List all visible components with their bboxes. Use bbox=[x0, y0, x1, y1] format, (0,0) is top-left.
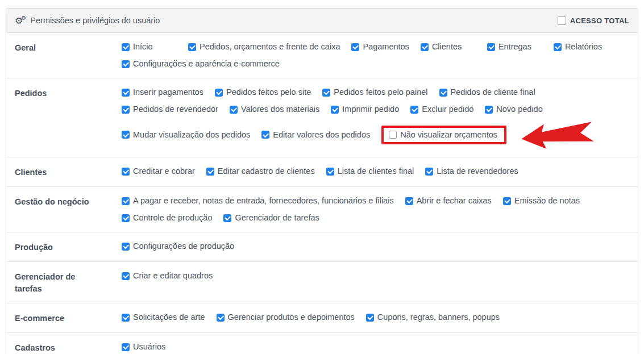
checkbox-checked-icon[interactable] bbox=[425, 168, 433, 176]
checkbox-unchecked-icon[interactable] bbox=[389, 131, 397, 139]
row-content: Solicitações de arte Gerenciar produtos … bbox=[122, 311, 629, 324]
checkbox-checked-icon[interactable] bbox=[485, 106, 493, 114]
permission-checkbox-item[interactable]: Pagamentos bbox=[351, 41, 409, 53]
checkbox-checked-icon[interactable] bbox=[122, 131, 130, 139]
cogs-icon: ⚙⚙ bbox=[15, 15, 26, 26]
permission-checkbox-item[interactable]: Clientes bbox=[421, 41, 476, 53]
row-content: Creditar e cobrar Editar cadastro de cli… bbox=[122, 165, 629, 178]
checkbox-checked-icon[interactable] bbox=[215, 89, 223, 97]
permission-checkbox-item[interactable]: Usuários bbox=[122, 341, 177, 353]
checkbox-checked-icon[interactable] bbox=[122, 60, 130, 68]
row-content: A pagar e receber, notas de entrada, for… bbox=[122, 195, 629, 224]
checkbox-checked-icon[interactable] bbox=[122, 314, 130, 322]
checkbox-checked-icon[interactable] bbox=[503, 197, 511, 205]
checkbox-checked-icon[interactable] bbox=[122, 343, 130, 351]
checkbox-line: Mudar visualização dos pedidos Editar va… bbox=[122, 120, 629, 149]
permission-checkbox-item[interactable]: Excluir pedido bbox=[410, 103, 473, 115]
panel-title: Permissões e privilégios do usuário bbox=[30, 16, 160, 25]
checkbox-checked-icon[interactable] bbox=[122, 168, 130, 176]
checkbox-checked-icon[interactable] bbox=[206, 168, 214, 176]
permission-row: E-commerce Solicitações de arte Gerencia… bbox=[6, 303, 638, 333]
checkbox-label: Pedidos de revendedor bbox=[133, 103, 218, 115]
permission-checkbox-item[interactable]: Novo pedido bbox=[485, 103, 542, 115]
row-label: Geral bbox=[15, 41, 103, 70]
permission-checkbox-item[interactable]: Pedidos de revendedor bbox=[122, 103, 218, 115]
checkbox-checked-icon[interactable] bbox=[122, 43, 130, 51]
permission-checkbox-item[interactable]: Lista de revendedores bbox=[425, 165, 518, 177]
permission-checkbox-item[interactable]: Pedidos de cliente final bbox=[439, 86, 535, 98]
checkbox-checked-icon[interactable] bbox=[331, 106, 339, 114]
checkbox-line: Pedidos de revendedor Valores dos materi… bbox=[122, 103, 629, 115]
permission-checkbox-item[interactable]: Configurações e aparência e-commerce bbox=[122, 58, 280, 70]
highlighted-permission-checkbox-item[interactable]: Não visualizar orçamentos bbox=[381, 126, 506, 144]
checkbox-checked-icon[interactable] bbox=[122, 272, 130, 280]
checkbox-checked-icon[interactable] bbox=[122, 106, 130, 114]
row-label: Pedidos bbox=[15, 86, 103, 149]
checkbox-checked-icon[interactable] bbox=[230, 106, 238, 114]
total-access-toggle[interactable]: ACESSO TOTAL bbox=[558, 16, 629, 25]
permission-checkbox-item[interactable]: Mudar visualização dos pedidos bbox=[122, 129, 250, 141]
permission-checkbox-item[interactable]: Imprimir pedido bbox=[331, 103, 399, 115]
permission-checkbox-item[interactable]: Criar e editar quadros bbox=[122, 270, 213, 282]
checkbox-checked-icon[interactable] bbox=[421, 43, 429, 51]
checkbox-checked-icon[interactable] bbox=[487, 43, 495, 51]
checkbox-line: Configurações e aparência e-commerce bbox=[122, 58, 629, 70]
row-label: Cadastros bbox=[15, 341, 103, 354]
checkbox-checked-icon[interactable] bbox=[122, 243, 130, 251]
permission-row: Clientes Creditar e cobrar Editar cadast… bbox=[6, 157, 638, 187]
permission-checkbox-item[interactable]: Configurações de produção bbox=[122, 240, 234, 252]
checkbox-label: Solicitações de arte bbox=[133, 311, 205, 323]
checkbox-checked-icon[interactable] bbox=[439, 89, 447, 97]
checkbox-checked-icon[interactable] bbox=[366, 314, 374, 322]
permission-checkbox-item[interactable]: Início bbox=[122, 41, 177, 53]
permission-row: Gestão do negócio A pagar e receber, not… bbox=[6, 187, 638, 232]
checkbox-label: Excluir pedido bbox=[422, 103, 473, 115]
total-access-checkbox-unchecked-icon[interactable] bbox=[558, 16, 566, 25]
permission-checkbox-item[interactable]: Editar cadastro de clientes bbox=[206, 165, 315, 177]
checkbox-checked-icon[interactable] bbox=[122, 197, 130, 205]
checkbox-line: Criar e editar quadros bbox=[122, 270, 629, 282]
checkbox-checked-icon[interactable] bbox=[554, 43, 562, 51]
checkbox-checked-icon[interactable] bbox=[217, 314, 225, 322]
permission-checkbox-item[interactable]: Pedidos feitos pelo site bbox=[215, 86, 311, 98]
checkbox-checked-icon[interactable] bbox=[351, 43, 359, 51]
permission-checkbox-item[interactable]: Pedidos, orçamentos e frente de caixa bbox=[188, 41, 340, 53]
permission-checkbox-item[interactable]: Relatórios bbox=[554, 41, 609, 53]
checkbox-checked-icon[interactable] bbox=[405, 197, 413, 205]
row-content: Criar e editar quadros bbox=[122, 270, 629, 295]
permission-checkbox-item[interactable]: Abrir e fechar caixas bbox=[405, 195, 492, 207]
permission-checkbox-item[interactable]: Lista de clientes final bbox=[326, 165, 414, 177]
permission-checkbox-item[interactable]: Solicitações de arte bbox=[122, 311, 205, 323]
permission-checkbox-item[interactable]: A pagar e receber, notas de entrada, for… bbox=[122, 195, 394, 207]
checkbox-checked-icon[interactable] bbox=[223, 214, 231, 222]
checkbox-label: Pagamentos bbox=[363, 41, 409, 53]
panel-header: ⚙⚙ Permissões e privilégios do usuário A… bbox=[6, 9, 638, 33]
checkbox-checked-icon[interactable] bbox=[188, 43, 196, 51]
checkbox-label: Abrir e fechar caixas bbox=[417, 195, 492, 207]
checkbox-checked-icon[interactable] bbox=[122, 214, 130, 222]
permission-checkbox-item[interactable]: Editar valores dos pedidos bbox=[261, 129, 370, 141]
permission-checkbox-item[interactable]: Gerenciar produtos e depoimentos bbox=[217, 311, 355, 323]
checkbox-checked-icon[interactable] bbox=[122, 89, 130, 97]
checkbox-checked-icon[interactable] bbox=[322, 89, 330, 97]
checkbox-checked-icon[interactable] bbox=[326, 168, 334, 176]
checkbox-label: Cupons, regras, banners, popups bbox=[377, 311, 500, 323]
checkbox-label: Clientes bbox=[432, 41, 462, 53]
permission-checkbox-item[interactable]: Gerenciador de tarefas bbox=[223, 212, 319, 224]
permission-checkbox-item[interactable]: Pedidos feitos pelo painel bbox=[322, 86, 427, 98]
checkbox-line: Controle de produção Gerenciador de tare… bbox=[122, 212, 629, 224]
permission-checkbox-item[interactable]: Emissão de notas bbox=[503, 195, 580, 207]
permission-checkbox-item[interactable]: Valores dos materiais bbox=[230, 103, 319, 115]
permission-checkbox-item[interactable]: Cupons, regras, banners, popups bbox=[366, 311, 500, 323]
checkbox-checked-icon[interactable] bbox=[410, 106, 418, 114]
checkbox-label: Pedidos feitos pelo site bbox=[226, 86, 311, 98]
permission-checkbox-item[interactable]: Creditar e cobrar bbox=[122, 165, 195, 177]
checkbox-label: Imprimir pedido bbox=[342, 103, 399, 115]
permission-checkbox-item[interactable]: Entregas bbox=[487, 41, 542, 53]
checkbox-line: Creditar e cobrar Editar cadastro de cli… bbox=[122, 165, 629, 177]
row-label: Gerenciador de tarefas bbox=[15, 270, 103, 295]
permission-checkbox-item[interactable]: Controle de produção bbox=[122, 212, 212, 224]
checkbox-checked-icon[interactable] bbox=[261, 131, 269, 139]
checkbox-line: Configurações de produção bbox=[122, 240, 629, 252]
permission-checkbox-item[interactable]: Inserir pagamentos bbox=[122, 86, 203, 98]
